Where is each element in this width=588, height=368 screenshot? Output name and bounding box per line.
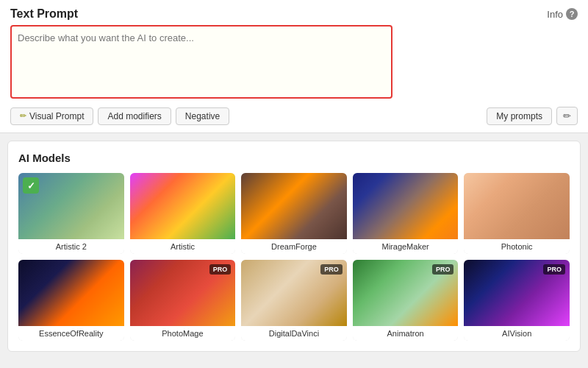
pro-badge: PRO	[432, 264, 454, 275]
negative-button[interactable]: Negative	[176, 107, 229, 125]
toolbar: ✏ Visual Prompt Add modifiers Negative M…	[10, 107, 578, 125]
info-label: Info	[547, 9, 563, 20]
model-name-photonic: Photonic	[464, 239, 570, 254]
pro-badge: PRO	[209, 264, 232, 275]
visual-prompt-button[interactable]: ✏ Visual Prompt	[10, 107, 93, 125]
model-card-dreamforge[interactable]: DreamForge	[241, 173, 347, 254]
model-name-artistic: Artistic	[130, 239, 236, 254]
model-card-digitaldavinci[interactable]: PRODigitalDaVinci	[241, 260, 347, 341]
model-card-artistic[interactable]: Artistic	[130, 173, 236, 254]
model-name-artistic2: Artistic 2	[18, 239, 124, 254]
add-modifiers-button[interactable]: Add modifiers	[98, 107, 171, 125]
negative-label: Negative	[185, 111, 220, 121]
models-grid: ✓Artistic 2ArtisticDreamForgeMirageMaker…	[18, 173, 570, 341]
selected-badge: ✓	[23, 177, 39, 194]
model-thumb-dreamforge	[241, 173, 347, 239]
model-thumb-artistic	[130, 173, 236, 239]
models-section: AI Models ✓Artistic 2ArtisticDreamForgeM…	[7, 141, 581, 352]
text-prompt-title: Text Prompt	[10, 7, 78, 21]
my-prompts-button[interactable]: My prompts	[487, 107, 552, 125]
model-name-miragemaker: MirageMaker	[353, 239, 459, 254]
toolbar-left: ✏ Visual Prompt Add modifiers Negative	[10, 107, 229, 125]
edit-icon: ✏	[563, 110, 571, 121]
model-thumb-photonic	[464, 173, 570, 239]
info-button[interactable]: Info ?	[547, 8, 578, 20]
models-title: AI Models	[18, 152, 570, 164]
pro-badge: PRO	[543, 264, 565, 275]
toolbar-right: My prompts ✏	[487, 107, 578, 125]
top-section: Text Prompt Info ? ✏ Visual Prompt Add m…	[0, 0, 588, 133]
model-card-miragemaker[interactable]: MirageMaker	[353, 173, 459, 254]
edit-icon-button[interactable]: ✏	[556, 107, 578, 125]
model-card-animatron[interactable]: PROAnimatron	[353, 260, 459, 341]
model-card-aivision[interactable]: PROAIVision	[464, 260, 570, 341]
info-icon: ?	[566, 8, 578, 20]
visual-prompt-label: Visual Prompt	[29, 111, 84, 121]
model-card-essenceofreality[interactable]: EssenceOfReality	[18, 260, 124, 341]
model-card-photonic[interactable]: Photonic	[464, 173, 570, 254]
visual-prompt-icon: ✏	[20, 111, 26, 121]
model-name-aivision: AIVision	[464, 326, 570, 341]
my-prompts-label: My prompts	[496, 111, 542, 121]
model-name-essenceofreality: EssenceOfReality	[18, 326, 124, 341]
pro-badge: PRO	[320, 264, 343, 275]
model-name-digitaldavinci: DigitalDaVinci	[241, 326, 347, 341]
text-prompt-header: Text Prompt Info ?	[10, 7, 578, 21]
model-name-animatron: Animatron	[353, 326, 459, 341]
prompt-textarea[interactable]	[10, 25, 392, 99]
model-name-photomage: PhotoMage	[130, 326, 236, 341]
model-name-dreamforge: DreamForge	[241, 239, 347, 254]
add-modifiers-label: Add modifiers	[107, 111, 161, 121]
model-thumb-essenceofreality	[18, 260, 124, 326]
model-card-artistic2[interactable]: ✓Artistic 2	[18, 173, 124, 254]
model-card-photomage[interactable]: PROPhotoMage	[130, 260, 236, 341]
model-thumb-miragemaker	[353, 173, 459, 239]
